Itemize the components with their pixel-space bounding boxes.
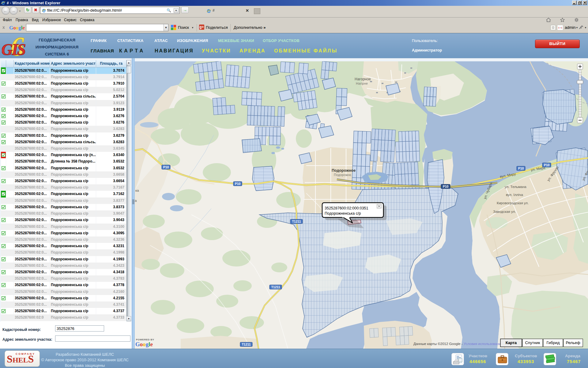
svg-text:Подорожное: Подорожное (332, 168, 356, 173)
svg-text:Нагірне: Нагірне (356, 82, 368, 85)
svg-text:Данные карты ©2012 Google - Ус: Данные карты ©2012 Google - Условия испо… (413, 342, 503, 346)
svg-text:Google: Google (135, 341, 153, 347)
svg-text:T1211: T1211 (292, 220, 301, 223)
svg-text:POWERED BY: POWERED BY (136, 338, 154, 341)
svg-text:Кировоградская ул.: Кировоградская ул. (497, 201, 529, 205)
svg-text:T1211: T1211 (271, 285, 280, 289)
svg-text:Карта: Карта (506, 340, 517, 345)
svg-text:P10: P10 (163, 165, 169, 169)
svg-text:P10: P10 (235, 182, 241, 186)
svg-text:ка: ка (135, 189, 139, 192)
svg-text:а: а (135, 199, 137, 202)
svg-text:P10: P10 (518, 167, 524, 170)
svg-text:Заводская ул.: Заводская ул. (493, 210, 516, 213)
svg-text:Подорожненська с/р: Подорожненська с/р (325, 211, 361, 216)
svg-text:T1211: T1211 (242, 343, 251, 346)
svg-text:ул. Тельмана: ул. Тельмана (505, 185, 526, 189)
svg-text:Нагорное: Нагорное (355, 77, 371, 81)
svg-text:Рельеф: Рельеф (566, 340, 580, 345)
svg-text:Подорожнє: Подорожнє (334, 173, 352, 177)
svg-text:3525287600:02:000:0351: 3525287600:02:000:0351 (325, 206, 368, 210)
svg-text:Р10: Р10 (443, 185, 449, 188)
svg-text:вул. Ілліча: вул. Ілліча (506, 193, 523, 197)
svg-text:Гибрид: Гибрид (546, 340, 560, 345)
svg-text:Спутник: Спутник (525, 340, 540, 345)
